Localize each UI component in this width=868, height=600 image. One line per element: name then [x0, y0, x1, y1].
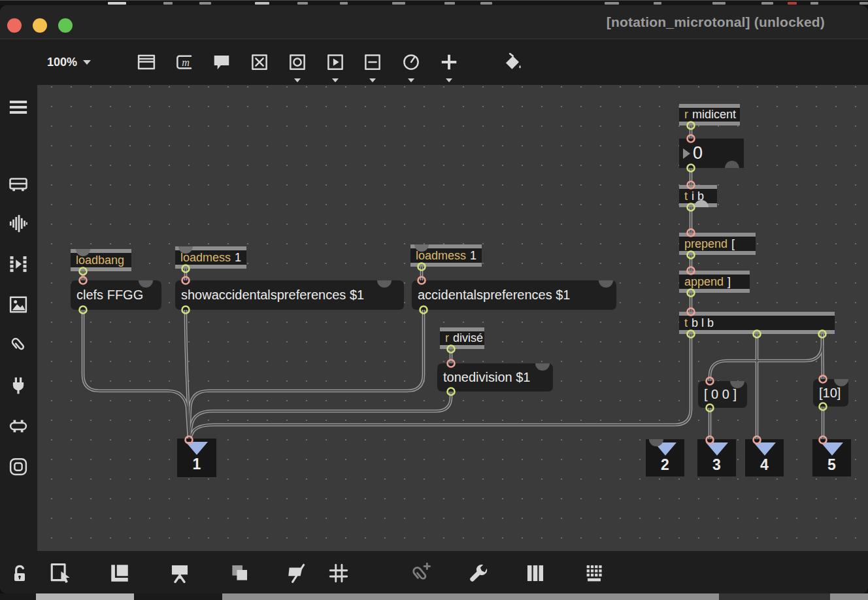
paperclip-icon[interactable]	[6, 333, 31, 358]
minimize-button[interactable]	[33, 18, 47, 33]
hardware-case-icon[interactable]	[6, 171, 31, 196]
snap-align-icon[interactable]	[107, 560, 133, 586]
snippet-connector-icon[interactable]	[6, 414, 31, 439]
background-app-strip-bottom	[0, 593, 868, 600]
titlebar: [notation_microtonal] (unlocked)	[0, 5, 868, 39]
object-text: r	[684, 108, 688, 122]
message-box-showaccidentals[interactable]: showaccidentalspreferences $1	[175, 280, 404, 310]
object-text: t	[684, 316, 688, 330]
object-box-r-divise[interactable]: rdivisé	[440, 327, 484, 349]
object-args: 1	[470, 249, 476, 263]
object-text: t	[684, 190, 688, 203]
outlet-triangle-icon	[821, 442, 843, 456]
audio-waveform-icon[interactable]	[6, 211, 31, 236]
message-text: [ 0 0 ]	[704, 387, 737, 402]
outlet-triangle-icon	[754, 442, 776, 456]
lock-open-icon[interactable]	[7, 560, 33, 586]
object-text: prepend	[684, 237, 727, 251]
patcher-window: [notation_microtonal] (unlocked) 100% m	[0, 5, 868, 593]
message-text: showaccidentalspreferences $1	[181, 288, 364, 303]
object-box-prepend[interactable]: prepend[	[679, 233, 756, 255]
zoom-button[interactable]	[58, 18, 73, 33]
outlet-1[interactable]: 1	[177, 439, 216, 477]
layers-icon[interactable]	[226, 560, 252, 586]
message-box-icon[interactable]	[323, 50, 348, 75]
close-button[interactable]	[7, 18, 22, 33]
keyboard-icon[interactable]	[581, 560, 607, 586]
outlet-number: 2	[661, 456, 669, 474]
top-toolbar: 100% m	[0, 39, 868, 85]
button-icon[interactable]	[285, 50, 310, 75]
object-palette-icon[interactable]	[6, 454, 31, 479]
object-box-t-b-l-b[interactable]: tb l b	[679, 312, 835, 334]
presentation-mode-icon[interactable]	[167, 560, 193, 586]
svg-text:m: m	[182, 57, 190, 69]
message-text: accidentalspreferences $1	[418, 288, 570, 303]
image-icon[interactable]	[6, 292, 31, 317]
object-box-append[interactable]: append]	[679, 271, 750, 293]
dial-icon[interactable]	[399, 50, 424, 75]
outlet-4[interactable]: 4	[745, 439, 784, 476]
object-args: divisé	[453, 331, 483, 345]
message-box-accidentals[interactable]: accidentalspreferences $1	[412, 280, 616, 310]
number-box-icon[interactable]	[360, 50, 385, 75]
object-args: 1	[235, 251, 241, 265]
outlet-triangle-icon	[706, 442, 728, 456]
toggle-icon[interactable]	[247, 50, 272, 75]
kslider-piano-icon[interactable]	[522, 560, 548, 586]
paint-bucket-icon[interactable]	[500, 50, 525, 75]
chevron-down-icon[interactable]	[446, 78, 452, 82]
object-box-r-midicent[interactable]: rmidicent	[679, 104, 740, 125]
object-args: ]	[727, 275, 731, 289]
comment-icon[interactable]	[209, 50, 234, 75]
object-args: b l b	[692, 316, 714, 330]
outlet-5[interactable]: 5	[812, 439, 851, 476]
chevron-down-icon[interactable]	[408, 78, 414, 82]
chevron-down-icon[interactable]	[294, 78, 301, 82]
zoom-level-control[interactable]: 100%	[47, 50, 91, 75]
patcher-canvas[interactable]: loadbang loadmess1 loadmess1 clefs FFGG …	[37, 85, 868, 551]
object-box-icon[interactable]: m	[172, 50, 197, 75]
selection-icon[interactable]	[47, 560, 73, 586]
chevron-down-icon	[83, 60, 91, 65]
add-file-icon[interactable]	[407, 560, 433, 586]
chevron-down-icon[interactable]	[369, 78, 376, 82]
grid-icon[interactable]	[326, 560, 352, 586]
message-text: [10]	[819, 386, 841, 401]
plug-icon[interactable]	[6, 373, 31, 398]
zoom-level-value: 100%	[47, 56, 77, 69]
outlet-number: 4	[760, 456, 769, 474]
patch-cords-icon[interactable]	[284, 560, 310, 586]
number-value: 0	[693, 143, 703, 163]
message-box-tonedivision[interactable]: tonedivision $1	[437, 363, 553, 392]
number-triangle-icon	[683, 148, 690, 159]
add-object-icon[interactable]	[437, 50, 461, 75]
outlet-number: 3	[712, 456, 721, 474]
outlet-number: 1	[193, 456, 201, 473]
screen: [notation_microtonal] (unlocked) 100% m	[0, 0, 868, 600]
outlet-3[interactable]: 3	[697, 439, 736, 476]
object-args: [	[731, 237, 735, 251]
object-text: append	[684, 275, 724, 289]
tools-wrench-icon[interactable]	[465, 560, 492, 586]
message-text: clefs FFGG	[76, 288, 143, 303]
window-title: [notation_microtonal] (unlocked)	[607, 5, 825, 39]
message-text: tonedivision $1	[443, 370, 530, 385]
object-text: r	[445, 331, 449, 345]
background-app-strip	[0, 0, 868, 5]
new-object-icon[interactable]	[134, 50, 159, 75]
object-args: midicent	[692, 108, 736, 122]
video-clip-icon[interactable]	[6, 252, 31, 276]
bottom-toolbar	[0, 551, 868, 593]
outlet-triangle-icon	[186, 442, 208, 455]
outlet-number: 5	[827, 456, 836, 474]
left-sidebar	[0, 39, 37, 593]
chevron-down-icon[interactable]	[332, 78, 339, 82]
menu-icon[interactable]	[6, 95, 31, 120]
